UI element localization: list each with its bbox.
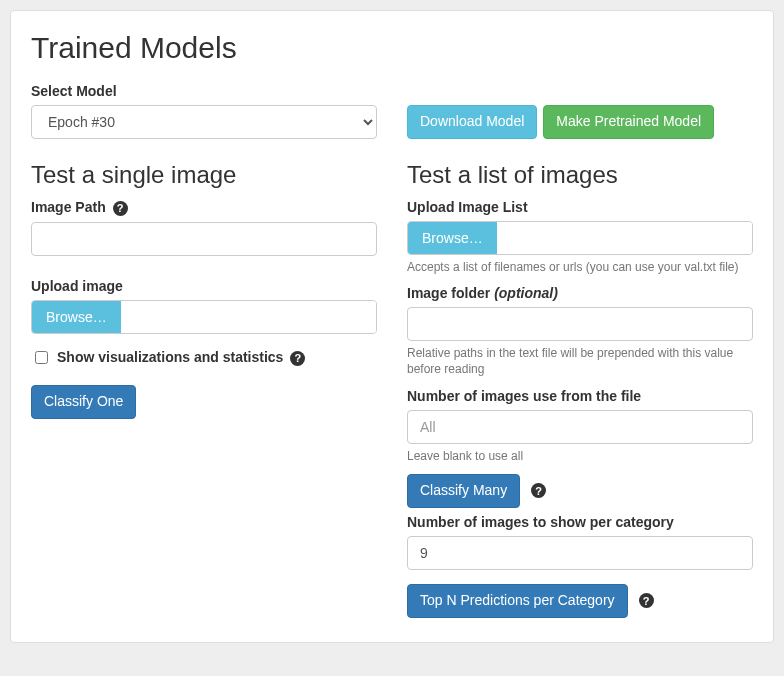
question-circle-icon[interactable]: ? bbox=[113, 201, 128, 216]
per-category-label: Number of images to show per category bbox=[407, 514, 753, 530]
image-folder-input[interactable] bbox=[407, 307, 753, 341]
show-visualizations-label: Show visualizations and statistics ? bbox=[57, 349, 305, 366]
image-folder-label: Image folder (optional) bbox=[407, 285, 753, 301]
num-images-input[interactable] bbox=[407, 410, 753, 444]
question-circle-icon[interactable]: ? bbox=[531, 483, 546, 498]
upload-list-group: Browse… bbox=[407, 221, 753, 255]
classify-one-button[interactable]: Classify One bbox=[31, 385, 136, 419]
download-model-button[interactable]: Download Model bbox=[407, 105, 537, 139]
top-n-predictions-button[interactable]: Top N Predictions per Category bbox=[407, 584, 628, 618]
image-path-label: Image Path ? bbox=[31, 199, 377, 216]
upload-image-group: Browse… bbox=[31, 300, 377, 334]
show-visualizations-checkbox[interactable] bbox=[35, 351, 48, 364]
classify-many-button[interactable]: Classify Many bbox=[407, 474, 520, 508]
page-title: Trained Models bbox=[31, 31, 753, 65]
question-circle-icon[interactable]: ? bbox=[290, 351, 305, 366]
make-pretrained-button[interactable]: Make Pretrained Model bbox=[543, 105, 714, 139]
upload-image-browse-button[interactable]: Browse… bbox=[32, 301, 121, 333]
select-model-dropdown[interactable]: Epoch #30 bbox=[31, 105, 377, 139]
select-model-label: Select Model bbox=[31, 83, 377, 99]
upload-list-help: Accepts a list of filenames or urls (you… bbox=[407, 259, 753, 275]
image-folder-help: Relative paths in the text file will be … bbox=[407, 345, 753, 377]
trained-models-panel: Trained Models Select Model Epoch #30 Do… bbox=[10, 10, 774, 643]
num-images-help: Leave blank to use all bbox=[407, 448, 753, 464]
upload-list-label: Upload Image List bbox=[407, 199, 753, 215]
upload-list-browse-button[interactable]: Browse… bbox=[408, 222, 497, 254]
upload-image-filename bbox=[121, 301, 376, 333]
list-heading: Test a list of images bbox=[407, 161, 753, 189]
upload-image-label: Upload image bbox=[31, 278, 377, 294]
num-images-label: Number of images use from the file bbox=[407, 388, 753, 404]
per-category-input[interactable] bbox=[407, 536, 753, 570]
question-circle-icon[interactable]: ? bbox=[639, 593, 654, 608]
single-heading: Test a single image bbox=[31, 161, 377, 189]
upload-list-filename bbox=[497, 222, 752, 254]
image-path-input[interactable] bbox=[31, 222, 377, 256]
